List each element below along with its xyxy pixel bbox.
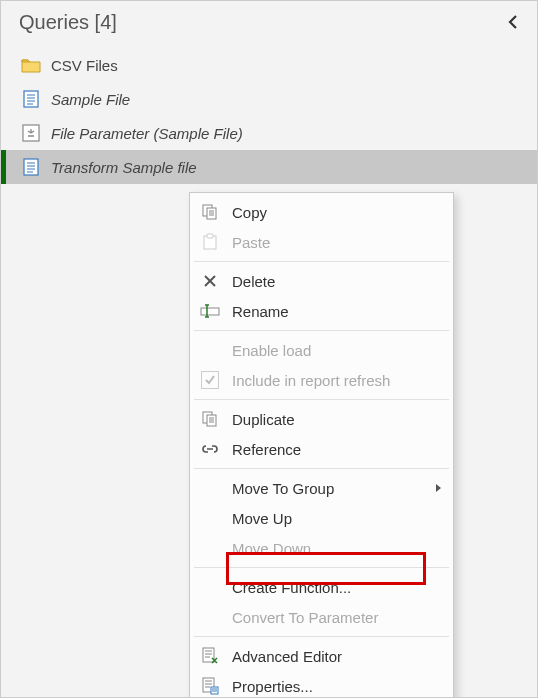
menu-label: Move Down	[232, 540, 441, 557]
parameter-icon	[21, 124, 41, 142]
menu-label: Move Up	[232, 510, 441, 527]
query-label: File Parameter (Sample File)	[51, 125, 243, 142]
query-item-csv-files[interactable]: CSV Files	[1, 48, 537, 82]
menu-create-function[interactable]: Create Function...	[190, 572, 453, 602]
menu-separator	[194, 261, 449, 262]
menu-label: Delete	[232, 273, 441, 290]
menu-separator	[194, 636, 449, 637]
menu-label: Reference	[232, 441, 441, 458]
menu-enable-load: Enable load	[190, 335, 453, 365]
menu-convert-parameter: Convert To Parameter	[190, 602, 453, 632]
menu-separator	[194, 468, 449, 469]
svg-rect-6	[24, 159, 38, 175]
menu-label: Paste	[232, 234, 441, 251]
menu-label: Advanced Editor	[232, 648, 441, 665]
menu-separator	[194, 567, 449, 568]
menu-label: Duplicate	[232, 411, 441, 428]
document-icon	[21, 90, 41, 108]
menu-rename[interactable]: Rename	[190, 296, 453, 326]
query-item-file-parameter[interactable]: File Parameter (Sample File)	[1, 116, 537, 150]
menu-include-refresh: Include in report refresh	[190, 365, 453, 395]
menu-move-up[interactable]: Move Up	[190, 503, 453, 533]
svg-rect-29	[203, 648, 214, 662]
panel-title: Queries [4]	[19, 11, 117, 34]
menu-move-down: Move Down	[190, 533, 453, 563]
menu-label: Include in report refresh	[232, 372, 441, 389]
submenu-arrow-icon	[436, 484, 441, 492]
query-item-transform-sample[interactable]: Transform Sample file	[1, 150, 537, 184]
menu-advanced-editor[interactable]: Advanced Editor	[190, 641, 453, 671]
menu-label: Rename	[232, 303, 441, 320]
menu-move-to-group[interactable]: Move To Group	[190, 473, 453, 503]
menu-separator	[194, 330, 449, 331]
query-label: Sample File	[51, 91, 130, 108]
checkbox-checked-icon	[200, 370, 220, 390]
blank-icon	[200, 340, 220, 360]
menu-reference[interactable]: Reference	[190, 434, 453, 464]
menu-copy[interactable]: Copy	[190, 197, 453, 227]
menu-label: Properties...	[232, 678, 441, 695]
document-icon	[21, 158, 41, 176]
query-label: Transform Sample file	[51, 159, 197, 176]
blank-icon	[200, 508, 220, 528]
menu-label: Enable load	[232, 342, 441, 359]
svg-rect-17	[207, 234, 213, 238]
rename-icon	[200, 301, 220, 321]
context-menu: Copy Paste Delete Rename Enable load Inc…	[189, 192, 454, 698]
advanced-editor-icon	[200, 646, 220, 666]
query-list: CSV Files Sample File File Parameter (Sa…	[1, 48, 537, 184]
menu-separator	[194, 399, 449, 400]
query-label: CSV Files	[51, 57, 118, 74]
svg-rect-20	[201, 308, 219, 315]
menu-delete[interactable]: Delete	[190, 266, 453, 296]
blank-icon	[200, 607, 220, 627]
menu-paste: Paste	[190, 227, 453, 257]
blank-icon	[200, 478, 220, 498]
blank-icon	[200, 577, 220, 597]
panel-header: Queries [4]	[1, 1, 537, 48]
folder-icon	[21, 56, 41, 74]
menu-label: Convert To Parameter	[232, 609, 441, 626]
blank-icon	[200, 538, 220, 558]
svg-rect-0	[24, 91, 38, 107]
paste-icon	[200, 232, 220, 252]
reference-icon	[200, 439, 220, 459]
properties-icon	[200, 676, 220, 696]
menu-duplicate[interactable]: Duplicate	[190, 404, 453, 434]
duplicate-icon	[200, 409, 220, 429]
menu-properties[interactable]: Properties...	[190, 671, 453, 698]
delete-icon	[200, 271, 220, 291]
menu-label: Copy	[232, 204, 441, 221]
collapse-icon[interactable]	[507, 15, 523, 31]
query-item-sample-file[interactable]: Sample File	[1, 82, 537, 116]
copy-icon	[200, 202, 220, 222]
menu-label: Move To Group	[232, 480, 424, 497]
menu-label: Create Function...	[232, 579, 441, 596]
